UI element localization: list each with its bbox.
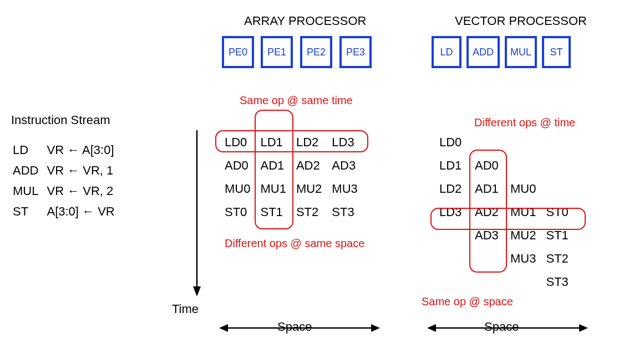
pe1-box: PE1 [261,36,293,68]
svg-marker-7 [579,324,588,332]
annotation-diff-ops-same-space: Different ops @ same space [225,237,364,250]
annotation-diff-ops-time: Different ops @ time [474,116,575,129]
instr-row: LDVR ← A[3:0] [12,140,121,160]
ld-unit-box: LD [432,36,461,68]
instr-row: MULVR ← VR, 2 [12,181,121,201]
array-processor-title: ARRAY PROCESSOR [244,14,366,28]
vector-processor-title: VECTOR PROCESSOR [455,14,587,28]
st-unit-box: ST [542,36,571,68]
annotation-same-op-same-time: Same op @ same time [240,94,353,107]
time-label: Time [172,302,199,316]
svg-marker-6 [427,324,436,332]
add-unit-box: ADD [466,36,500,68]
instr-row: STA[3:0] ← VR [12,202,121,221]
space-label-vector: Space [484,320,519,334]
mul-unit-box: MUL [505,36,537,68]
instruction-stream: Instruction Stream LDVR ← A[3:0] ADDVR ←… [11,111,123,222]
space-label-array: Space [277,320,312,334]
svg-marker-1 [193,286,201,296]
pe0-box: PE0 [222,36,254,68]
pe3-box: PE3 [339,36,372,68]
instr-row: ADDVR ← VR, 1 [12,161,121,180]
annotation-same-op-space: Same op @ space [422,295,513,308]
svg-marker-4 [371,324,380,332]
time-arrow-icon [191,130,202,296]
instruction-stream-heading: Instruction Stream [11,111,123,129]
highlight-time-row [430,208,586,230]
svg-marker-3 [219,324,228,332]
pe2-box: PE2 [300,36,332,68]
highlight-pe1-column [255,110,293,229]
